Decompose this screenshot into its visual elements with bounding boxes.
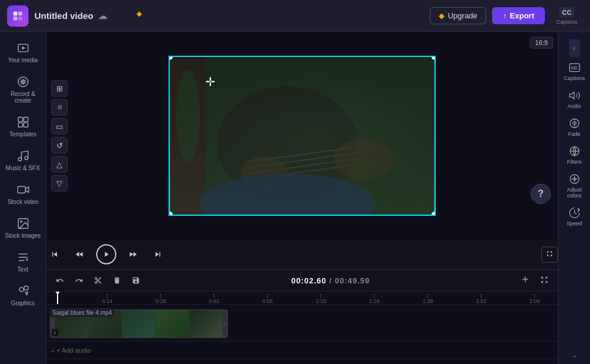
right-tool-audio[interactable]: Audio: [560, 86, 589, 113]
skip-back-button[interactable]: [46, 246, 63, 263]
right-tool-label: Speed: [566, 221, 582, 226]
clip-thumbnail-4: [156, 310, 189, 337]
clip-label: Saigal blues file 4.mp4: [50, 308, 115, 317]
delete-button[interactable]: [109, 273, 125, 288]
zoom-button[interactable]: [537, 273, 552, 288]
video-track-row: Saigal blues file 4.mp4 ⋮ ⋮ ♪: [46, 307, 558, 341]
skip-forward-button[interactable]: [150, 246, 166, 263]
ruler-mark: 2:06: [529, 293, 540, 304]
ruler-track: 0:14 0:28 0:42 0:56 1:10 1:24 1:38 1:52 …: [49, 292, 556, 304]
svg-rect-10: [18, 123, 22, 127]
right-sidebar-expand[interactable]: ⌄: [571, 350, 578, 359]
topbar: Untitled video ☁ ◆ ◆ Upgrade ↑ Export CC…: [0, 0, 590, 32]
sidebar-item-your-media[interactable]: Your media: [2, 37, 44, 68]
filters-tool-icon: [569, 145, 581, 157]
timecode-current: 00:02.60: [291, 276, 326, 285]
cc-badge: CC: [559, 7, 575, 18]
right-tool-fade[interactable]: Fade: [560, 114, 589, 141]
sidebar-item-label: Your media: [8, 57, 37, 63]
cut-button[interactable]: [90, 273, 106, 288]
sidebar-item-record-create[interactable]: Record & create: [2, 71, 44, 108]
svg-point-17: [19, 288, 23, 292]
svg-rect-19: [24, 286, 27, 290]
add-track-button[interactable]: [518, 273, 533, 288]
sidebar-item-text[interactable]: Text: [2, 246, 44, 277]
right-tool-label: Audio: [567, 103, 581, 109]
gem-icon: ◆: [137, 9, 142, 18]
svg-point-35: [572, 121, 576, 126]
adjust-colors-tool-icon: [569, 173, 581, 185]
svg-point-13: [24, 157, 28, 160]
svg-rect-8: [18, 117, 22, 122]
play-button[interactable]: [96, 244, 116, 264]
crop-tool[interactable]: ⌗: [51, 99, 68, 116]
save-cloud-icon[interactable]: ☁: [98, 10, 107, 21]
resize-handle-tr[interactable]: [432, 56, 436, 60]
right-tool-speed[interactable]: Speed: [560, 203, 589, 230]
right-tool-adjust-colors[interactable]: Adjust colors: [560, 170, 589, 202]
right-tool-captions[interactable]: CC Captions: [560, 58, 589, 85]
sidebar-item-music-sfx[interactable]: Music & SFX: [2, 145, 44, 176]
right-sidebar-collapse[interactable]: ‹: [569, 39, 580, 57]
rotate-tool[interactable]: ↺: [51, 137, 68, 154]
text-icon: [17, 251, 30, 264]
music-icon: [17, 149, 30, 162]
clip-resize-right[interactable]: ⋮: [223, 310, 227, 337]
svg-point-41: [573, 178, 576, 181]
video-canvas-wrapper: ✛: [169, 56, 436, 216]
help-button[interactable]: ?: [531, 184, 551, 204]
clip-thumbnail-5: [189, 310, 223, 337]
speed-tool-icon: [569, 207, 581, 219]
transform-tool[interactable]: ⊞: [51, 80, 68, 97]
caption-tool[interactable]: ▭: [51, 118, 68, 135]
fullscreen-button[interactable]: [541, 247, 558, 263]
flip-v-tool[interactable]: ▽: [51, 175, 68, 191]
undo-button[interactable]: [52, 273, 68, 288]
stock-images-icon: [17, 217, 30, 230]
upgrade-button[interactable]: ◆ Upgrade: [430, 7, 486, 24]
aspect-ratio-badge[interactable]: 16:9: [530, 37, 553, 49]
sidebar-item-label: Templates: [9, 131, 37, 138]
add-audio-button[interactable]: ♩ + Add audio: [51, 346, 91, 354]
rewind-button[interactable]: [71, 246, 88, 263]
right-tool-filters[interactable]: Filters: [560, 142, 589, 168]
svg-rect-1: [18, 11, 23, 15]
sidebar-item-stock-video[interactable]: Stock video: [2, 178, 44, 210]
svg-text:CC: CC: [571, 65, 578, 71]
sidebar-item-templates[interactable]: Templates: [2, 111, 44, 142]
flip-h-tool[interactable]: △: [51, 156, 68, 173]
clip-thumbnail-3: [122, 310, 156, 337]
timecode-display: 00:02.60 / 00:49.59: [147, 276, 514, 285]
svg-rect-0: [14, 11, 18, 15]
resize-handle-br[interactable]: [432, 212, 436, 216]
export-button[interactable]: ↑ Export: [492, 7, 545, 24]
ruler-mark: 0:14: [102, 293, 113, 304]
timeline-ruler: 0:14 0:28 0:42 0:56 1:10 1:24 1:38 1:52 …: [46, 292, 558, 305]
playback-controls: [46, 240, 558, 269]
playhead[interactable]: [57, 292, 58, 304]
playhead-triangle: [55, 292, 61, 295]
timeline-area: 00:02.60 / 00:49.59 0:14: [46, 269, 558, 364]
right-sidebar: ‹ CC Captions Audio Fade: [558, 32, 590, 364]
video-area: ⊞ ⌗ ▭ ↺ △ ▽: [46, 32, 558, 240]
right-tool-label: Filters: [567, 159, 582, 165]
left-sidebar: Your media Record & create Templates: [0, 32, 46, 364]
main-area: Your media Record & create Templates: [0, 32, 590, 364]
captions-tool-icon: CC: [569, 62, 581, 74]
sidebar-item-label: Stock images: [5, 232, 40, 239]
upgrade-label: Upgrade: [448, 11, 477, 20]
save-clip-button[interactable]: [128, 273, 144, 288]
sidebar-item-graphics[interactable]: Graphics: [2, 280, 44, 311]
move-cursor-indicator: ✛: [205, 75, 215, 89]
svg-rect-9: [23, 117, 27, 122]
svg-point-29: [334, 139, 393, 180]
captions-panel[interactable]: CC Captions: [551, 7, 583, 25]
redo-button[interactable]: [71, 273, 87, 288]
graphics-icon: [17, 285, 30, 298]
resize-handle-bl[interactable]: [169, 212, 173, 216]
video-tools-panel: ⊞ ⌗ ▭ ↺ △ ▽: [51, 80, 68, 191]
forward-button[interactable]: [125, 246, 141, 263]
audio-track-row: ♩ + Add audio: [46, 341, 558, 359]
sidebar-item-stock-images[interactable]: Stock images: [2, 212, 44, 244]
timeline-toolbar: 00:02.60 / 00:49.59: [46, 270, 558, 292]
